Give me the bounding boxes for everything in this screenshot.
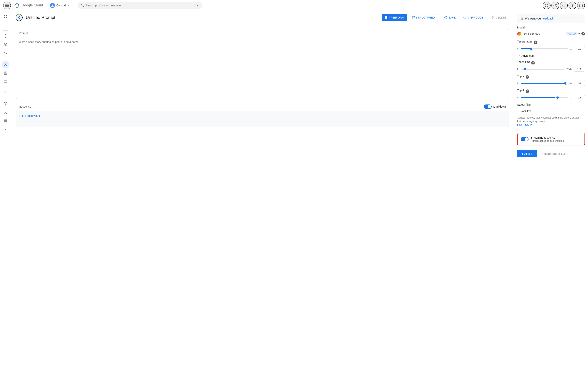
reset-settings-button[interactable]: RESET SETTINGS: [539, 150, 569, 157]
prompt-panel: Prompt: [16, 29, 509, 99]
sidebar-divider-4: [3, 98, 8, 98]
sidebar-item-data[interactable]: [1, 41, 9, 49]
svg-rect-48: [412, 18, 413, 19]
token-max: 2048: [566, 68, 572, 71]
view-code-button[interactable]: VIEW CODE: [460, 14, 486, 21]
svg-rect-27: [4, 24, 7, 24]
svg-point-49: [445, 16, 447, 19]
topp-slider[interactable]: [521, 97, 568, 98]
temperature-help[interactable]: ?: [534, 41, 537, 44]
advanced-toggle[interactable]: Advanced: [517, 54, 585, 57]
svg-rect-15: [581, 4, 581, 4]
safety-select[interactable]: Block few Block some Block most Block al…: [517, 108, 585, 114]
prompt-textarea[interactable]: [19, 40, 506, 95]
token-min: 0: [517, 68, 519, 71]
token-slider[interactable]: [521, 69, 564, 70]
hamburger-button[interactable]: [3, 1, 11, 9]
org-dropdown-icon: [67, 4, 70, 7]
sidebar-item-bottom[interactable]: [1, 125, 9, 133]
temperature-value-input[interactable]: [574, 46, 585, 51]
topp-section: Top-P ? 0 1: [517, 89, 585, 100]
response-body: There once was |: [16, 111, 509, 127]
safety-learn-more-link[interactable]: Learn more: [517, 123, 532, 126]
tab-freeform[interactable]: FREEFORM: [382, 14, 407, 21]
topk-label: Top-K: [517, 75, 525, 78]
more-options-button[interactable]: [568, 1, 576, 9]
temperature-slider[interactable]: [521, 48, 568, 49]
svg-rect-1: [5, 5, 9, 6]
topp-min: 0: [517, 96, 519, 99]
topk-help[interactable]: ?: [525, 75, 529, 79]
nav-actions: [543, 1, 585, 9]
token-value-input[interactable]: [574, 67, 585, 72]
delete-button[interactable]: DELETE: [488, 14, 509, 21]
topp-help[interactable]: ?: [525, 90, 529, 93]
save-button[interactable]: SAVE: [441, 14, 459, 21]
org-selector[interactable]: Cymbal: [48, 2, 73, 9]
sidebar-item-overview[interactable]: [1, 12, 9, 20]
code-icon: [463, 16, 466, 19]
sidebar-item-experiments[interactable]: [1, 69, 9, 77]
model-section: Model text-bison-001 PREVIEW ▾ ?: [517, 26, 585, 37]
token-limit-section: Token limit ? 0 2048: [517, 61, 585, 72]
token-help[interactable]: ?: [531, 61, 535, 64]
sidebar-item-prompt[interactable]: [1, 61, 9, 68]
top-nav: Google Cloud Cymbal: [0, 0, 588, 11]
svg-point-39: [5, 104, 6, 105]
save-icon: [444, 16, 447, 19]
sidebar-item-tags[interactable]: [1, 89, 9, 96]
markdown-toggle[interactable]: [484, 104, 492, 109]
model-dropdown-button[interactable]: ▾: [578, 32, 580, 35]
prompt-panel-header: Prompt: [16, 29, 509, 37]
feedback-link[interactable]: feedback.: [542, 17, 554, 20]
model-icon: [517, 32, 521, 36]
main-content: Untitled Prompt FREEFORM STRUCTURED SAVE…: [11, 11, 514, 369]
topp-value-input[interactable]: [574, 95, 585, 100]
topp-slider-control: 0 1: [517, 95, 585, 100]
search-input[interactable]: [86, 4, 195, 7]
sidebar-item-models[interactable]: [1, 32, 9, 40]
model-name: text-bison-001: [523, 32, 564, 35]
model-label: Model: [517, 26, 585, 29]
feedback-text: We want your feedback.: [525, 17, 554, 20]
topk-max: 40: [569, 82, 572, 85]
tab-structured[interactable]: STRUCTURED: [409, 14, 438, 21]
nav-logo: Google Cloud: [14, 2, 43, 8]
svg-rect-5: [545, 4, 546, 5]
apps-button[interactable]: [543, 1, 551, 9]
token-slider-control: 0 2048: [517, 67, 585, 72]
svg-rect-6: [547, 4, 548, 5]
sidebar-item-pipelines[interactable]: [1, 49, 9, 57]
svg-point-13: [572, 6, 573, 7]
svg-rect-8: [547, 6, 548, 7]
sidebar-item-user[interactable]: [1, 108, 9, 116]
topk-slider[interactable]: [521, 83, 567, 84]
sidebar-divider-3: [3, 87, 8, 87]
header-tabs: FREEFORM STRUCTURED: [382, 14, 438, 21]
svg-rect-41: [4, 120, 7, 120]
topp-label: Top-P: [517, 89, 525, 92]
model-help-button[interactable]: ?: [581, 32, 585, 35]
back-button[interactable]: [16, 14, 23, 21]
sidebar-item-settings[interactable]: [1, 117, 9, 125]
grid-apps-button[interactable]: [577, 1, 585, 9]
model-badge: PREVIEW: [566, 32, 577, 35]
submit-button[interactable]: SUBMIT: [517, 150, 537, 157]
temperature-max: 1: [570, 47, 572, 50]
topk-value-input[interactable]: [574, 81, 585, 86]
help-button[interactable]: [551, 1, 559, 9]
page-title: Untitled Prompt: [26, 15, 378, 20]
sidebar-item-dashboard[interactable]: [1, 21, 9, 29]
notifications-button[interactable]: [560, 1, 568, 9]
org-name: Cymbal: [56, 4, 65, 7]
streaming-toggle[interactable]: [521, 137, 528, 141]
sidebar-item-help[interactable]: [1, 100, 9, 108]
svg-rect-21: [581, 6, 581, 7]
topk-section: Top-K ? 0 40: [517, 75, 585, 86]
search-bar[interactable]: [78, 2, 202, 9]
sidebar: [0, 11, 11, 369]
svg-rect-2: [5, 6, 9, 7]
header-actions: SAVE VIEW CODE DELETE: [441, 14, 509, 21]
svg-point-40: [5, 111, 6, 112]
sidebar-item-datasets[interactable]: [1, 78, 9, 85]
